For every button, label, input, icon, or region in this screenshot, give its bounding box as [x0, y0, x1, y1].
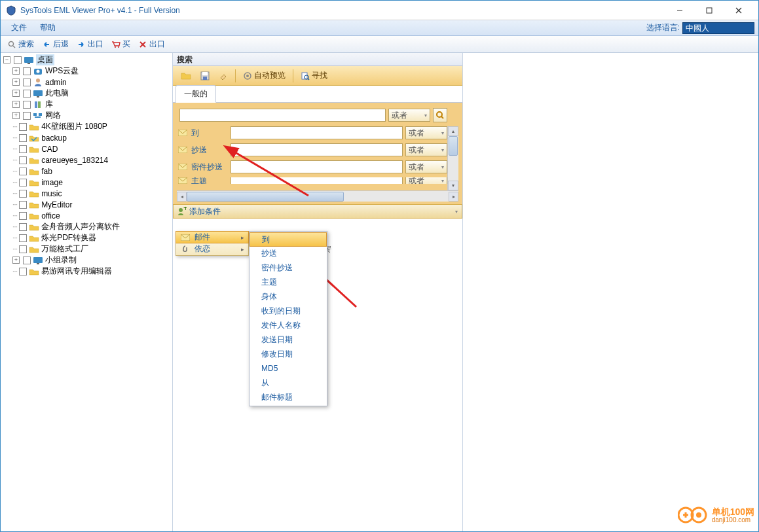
tree-checkbox[interactable]: [19, 201, 27, 209]
mail-field-option[interactable]: 修改日期: [250, 347, 327, 361]
close-button[interactable]: [724, 1, 753, 20]
find-button[interactable]: 寻找: [297, 67, 331, 84]
criteria-combo-or[interactable]: 或者: [405, 160, 447, 173]
tree-item[interactable]: +小组录制: [1, 255, 172, 266]
mail-field-option[interactable]: MD5: [250, 361, 327, 376]
tree-item[interactable]: ····office: [1, 210, 172, 221]
toolbar-exit-1[interactable]: 出口: [74, 37, 106, 51]
add-condition-button[interactable]: + 添加条件: [173, 204, 462, 219]
criteria-input-bcc[interactable]: [231, 160, 403, 173]
tree-checkbox[interactable]: [23, 101, 31, 109]
maximize-button[interactable]: [694, 1, 724, 20]
expand-icon[interactable]: +: [12, 79, 20, 86]
toolbar-exit-2[interactable]: 出口: [136, 37, 168, 51]
tree-checkbox[interactable]: [19, 179, 27, 186]
tree-item[interactable]: ····万能格式工厂: [1, 243, 172, 255]
mail-field-option[interactable]: 身体: [250, 289, 327, 304]
submenu-attachment[interactable]: 依恋: [176, 243, 248, 255]
tree-root[interactable]: − 桌面: [1, 54, 172, 65]
tree-checkbox[interactable]: [19, 123, 27, 131]
mail-field-option[interactable]: 密件抄送: [250, 260, 327, 275]
criteria-input-cc[interactable]: [231, 143, 403, 156]
toolbar-buy[interactable]: 买: [109, 37, 133, 51]
tree-item[interactable]: +此电脑: [1, 88, 172, 99]
mail-fields-menu[interactable]: 到抄送密件抄送主题身体收到的日期发件人名称发送日期修改日期MD5从邮件标题: [249, 231, 327, 406]
tree-checkbox[interactable]: [19, 134, 27, 142]
criteria-row-to: 到或者: [177, 126, 447, 139]
mail-field-option[interactable]: 邮件标题: [250, 390, 327, 404]
main-combo-or[interactable]: 或者: [388, 109, 430, 122]
add-condition-menu[interactable]: 邮件 依恋: [176, 231, 249, 256]
tree-checkbox[interactable]: [23, 257, 31, 264]
tree-item[interactable]: ····4K壁纸图片 1080P: [1, 121, 172, 132]
criteria-label: 主题: [191, 177, 228, 184]
expand-icon[interactable]: +: [12, 90, 20, 97]
criteria-input-to[interactable]: [231, 126, 403, 139]
save-button[interactable]: [196, 69, 213, 83]
tree-checkbox[interactable]: [14, 56, 22, 64]
tree-checkbox[interactable]: [23, 90, 31, 98]
open-folder-button[interactable]: [177, 69, 195, 83]
expand-icon[interactable]: +: [12, 257, 20, 264]
tree-item[interactable]: ····backup: [1, 132, 172, 143]
tree-checkbox[interactable]: [23, 79, 31, 86]
tree-item[interactable]: ····image: [1, 177, 172, 188]
tree-checkbox[interactable]: [19, 223, 27, 231]
mail-field-option[interactable]: 发件人名称: [250, 318, 327, 332]
criteria-hscroll[interactable]: ◂ ▸: [177, 190, 458, 202]
tree-checkbox[interactable]: [19, 268, 27, 275]
menu-help[interactable]: 帮助: [33, 21, 62, 35]
tree-item[interactable]: ····fab: [1, 166, 172, 177]
mail-field-option[interactable]: 从: [250, 376, 327, 390]
mail-field-option[interactable]: 主题: [250, 275, 327, 289]
criteria-vscroll[interactable]: ▴ ▾: [447, 126, 458, 190]
tree-checkbox[interactable]: [19, 145, 27, 153]
tree-checkbox[interactable]: [23, 112, 31, 120]
tree-item[interactable]: ····易游网讯专用编辑器: [1, 266, 172, 277]
minimize-button[interactable]: [665, 1, 694, 20]
tree-item[interactable]: +admin: [1, 77, 172, 88]
tree-item[interactable]: ····金舟音频人声分离软件: [1, 221, 172, 232]
tree-item[interactable]: ····music: [1, 188, 172, 199]
toolbar-search[interactable]: 搜索: [5, 37, 37, 51]
language-select[interactable]: 中國人: [682, 22, 754, 34]
tree-item[interactable]: +WPS云盘: [1, 65, 172, 77]
tree-checkbox[interactable]: [19, 190, 27, 198]
tree-checkbox[interactable]: [19, 245, 27, 253]
auto-preview-button[interactable]: 自动预览: [239, 67, 289, 84]
tree-checkbox[interactable]: [23, 67, 31, 75]
expand-icon[interactable]: +: [12, 112, 20, 119]
submenu-mail[interactable]: 邮件: [176, 231, 249, 243]
criteria-input-subject[interactable]: [231, 177, 403, 184]
tab-general[interactable]: 一般的: [176, 85, 216, 103]
criteria-combo-or[interactable]: 或者: [405, 143, 447, 156]
expand-icon[interactable]: +: [12, 101, 20, 108]
tree-item[interactable]: ····CAD: [1, 143, 172, 154]
tree-item[interactable]: ····careueyes_183214: [1, 154, 172, 166]
tree-checkbox[interactable]: [19, 234, 27, 242]
menu-file[interactable]: 文件: [5, 21, 33, 35]
main-search-input[interactable]: [179, 109, 386, 122]
erase-button[interactable]: [215, 69, 232, 83]
tree-item[interactable]: ····MyEditor: [1, 199, 172, 210]
mail-field-option[interactable]: 抄送: [250, 246, 327, 260]
tree-item[interactable]: ····烁光PDF转换器: [1, 232, 172, 243]
criteria-combo-or[interactable]: 或者: [405, 126, 447, 139]
expand-icon[interactable]: +: [12, 67, 20, 75]
criteria-combo-or[interactable]: 或者: [405, 177, 447, 184]
criteria-label: 抄送: [191, 145, 228, 156]
tree-checkbox[interactable]: [19, 156, 27, 164]
language-label: 选择语言:: [646, 22, 680, 33]
mail-field-option[interactable]: 收到的日期: [250, 304, 327, 318]
mail-field-option[interactable]: 发送日期: [250, 332, 327, 347]
search-go-button[interactable]: [433, 108, 447, 122]
collapse-icon[interactable]: −: [3, 56, 10, 63]
folder-tree[interactable]: − 桌面 +WPS云盘+admin+此电脑+库+网络····4K壁纸图片 108…: [1, 53, 173, 531]
folder-icon: [29, 145, 39, 154]
mail-field-option[interactable]: 到: [250, 232, 327, 247]
toolbar-back[interactable]: 后退: [39, 37, 71, 51]
tree-item[interactable]: +库: [1, 99, 172, 110]
tree-checkbox[interactable]: [19, 212, 27, 220]
tree-checkbox[interactable]: [19, 168, 27, 175]
tree-item[interactable]: +网络: [1, 110, 172, 121]
